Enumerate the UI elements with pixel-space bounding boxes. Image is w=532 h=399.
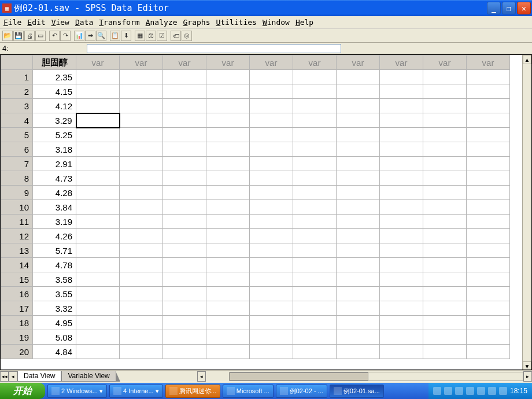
data-cell[interactable] bbox=[76, 229, 120, 243]
grid-corner[interactable] bbox=[1, 56, 33, 70]
data-cell[interactable] bbox=[76, 186, 120, 200]
data-cell[interactable] bbox=[293, 84, 337, 99]
tab-variable-view[interactable]: Variable View bbox=[61, 371, 116, 382]
data-cell[interactable] bbox=[206, 84, 250, 99]
menu-data[interactable]: Data bbox=[75, 18, 93, 27]
data-cell[interactable] bbox=[120, 287, 163, 301]
data-cell[interactable] bbox=[423, 330, 467, 345]
data-cell[interactable]: 4.78 bbox=[33, 258, 76, 272]
data-cell[interactable] bbox=[293, 200, 337, 215]
data-cell[interactable] bbox=[206, 287, 250, 301]
data-cell[interactable] bbox=[380, 272, 423, 287]
data-cell[interactable] bbox=[250, 229, 293, 243]
tab-data-view[interactable]: Data View bbox=[17, 371, 61, 382]
value-labels-icon[interactable]: 🏷 bbox=[171, 31, 181, 41]
data-cell[interactable] bbox=[380, 70, 423, 84]
find-icon[interactable]: 🔍 bbox=[96, 31, 106, 41]
data-cell[interactable]: 4.28 bbox=[33, 186, 76, 200]
data-cell[interactable] bbox=[206, 200, 250, 215]
data-cell[interactable] bbox=[163, 142, 206, 157]
data-cell[interactable] bbox=[120, 316, 163, 330]
data-cell[interactable]: 5.08 bbox=[33, 330, 76, 345]
maximize-button[interactable]: ❐ bbox=[502, 2, 516, 14]
undo-icon[interactable]: ↶ bbox=[49, 31, 60, 41]
row-header[interactable]: 7 bbox=[1, 157, 33, 171]
tab-nav-prev[interactable]: ◂ bbox=[9, 371, 17, 382]
data-cell[interactable] bbox=[467, 229, 510, 243]
data-cell[interactable] bbox=[206, 157, 250, 171]
data-cell[interactable] bbox=[163, 330, 206, 345]
data-cell[interactable] bbox=[467, 287, 510, 301]
row-header[interactable]: 5 bbox=[1, 128, 33, 142]
data-cell[interactable] bbox=[120, 301, 163, 316]
data-cell[interactable]: 3.29 bbox=[33, 113, 76, 128]
data-cell[interactable] bbox=[206, 113, 250, 128]
data-cell[interactable] bbox=[423, 345, 467, 359]
data-cell[interactable] bbox=[250, 200, 293, 215]
data-cell[interactable]: 4.95 bbox=[33, 316, 76, 330]
row-header[interactable]: 12 bbox=[1, 229, 33, 243]
data-cell[interactable] bbox=[76, 171, 120, 186]
column-header[interactable]: var bbox=[163, 56, 206, 70]
menu-graphs[interactable]: Graphs bbox=[183, 18, 210, 27]
tray-icon[interactable] bbox=[477, 387, 485, 395]
data-cell[interactable] bbox=[337, 215, 380, 229]
row-header[interactable]: 19 bbox=[1, 330, 33, 345]
data-cell[interactable] bbox=[120, 84, 163, 99]
data-cell[interactable] bbox=[293, 243, 337, 258]
data-cell[interactable] bbox=[423, 272, 467, 287]
data-cell[interactable] bbox=[250, 186, 293, 200]
data-cell[interactable] bbox=[250, 258, 293, 272]
data-cell[interactable] bbox=[163, 113, 206, 128]
data-cell[interactable] bbox=[163, 200, 206, 215]
data-cell[interactable] bbox=[423, 99, 467, 113]
data-cell[interactable] bbox=[423, 200, 467, 215]
data-cell[interactable] bbox=[337, 229, 380, 243]
data-cell[interactable] bbox=[293, 157, 337, 171]
data-cell[interactable] bbox=[293, 258, 337, 272]
data-cell[interactable] bbox=[120, 229, 163, 243]
data-cell[interactable] bbox=[293, 229, 337, 243]
data-cell[interactable] bbox=[380, 243, 423, 258]
data-cell[interactable] bbox=[467, 215, 510, 229]
data-cell[interactable] bbox=[163, 128, 206, 142]
data-cell[interactable] bbox=[423, 243, 467, 258]
data-cell[interactable] bbox=[206, 128, 250, 142]
data-cell[interactable] bbox=[250, 99, 293, 113]
data-cell[interactable] bbox=[76, 243, 120, 258]
data-cell[interactable] bbox=[467, 258, 510, 272]
data-cell[interactable] bbox=[380, 142, 423, 157]
data-cell[interactable] bbox=[250, 157, 293, 171]
data-cell[interactable] bbox=[337, 186, 380, 200]
data-cell[interactable] bbox=[337, 345, 380, 359]
data-cell[interactable] bbox=[423, 258, 467, 272]
hscroll-right[interactable]: ▸ bbox=[523, 371, 532, 382]
data-cell[interactable] bbox=[163, 272, 206, 287]
data-cell[interactable] bbox=[120, 243, 163, 258]
row-header[interactable]: 3 bbox=[1, 99, 33, 113]
data-cell[interactable] bbox=[76, 84, 120, 99]
data-cell[interactable] bbox=[293, 113, 337, 128]
data-cell[interactable] bbox=[337, 287, 380, 301]
column-header[interactable]: var bbox=[206, 56, 250, 70]
data-cell[interactable] bbox=[423, 142, 467, 157]
data-cell[interactable] bbox=[250, 171, 293, 186]
data-cell[interactable] bbox=[380, 157, 423, 171]
data-cell[interactable] bbox=[120, 186, 163, 200]
data-cell[interactable] bbox=[380, 258, 423, 272]
data-cell[interactable] bbox=[293, 272, 337, 287]
data-cell[interactable] bbox=[120, 142, 163, 157]
row-header[interactable]: 15 bbox=[1, 272, 33, 287]
data-cell[interactable] bbox=[293, 171, 337, 186]
data-cell[interactable] bbox=[423, 157, 467, 171]
cell-value-input[interactable] bbox=[87, 44, 341, 53]
taskbar-item[interactable]: 腾讯网迷你... bbox=[165, 385, 220, 398]
data-cell[interactable] bbox=[337, 258, 380, 272]
start-button[interactable]: 开始 bbox=[0, 383, 45, 399]
data-cell[interactable] bbox=[163, 345, 206, 359]
data-cell[interactable] bbox=[76, 272, 120, 287]
data-cell[interactable] bbox=[467, 243, 510, 258]
data-cell[interactable] bbox=[423, 316, 467, 330]
tray-icon[interactable] bbox=[444, 387, 452, 395]
data-cell[interactable] bbox=[206, 345, 250, 359]
